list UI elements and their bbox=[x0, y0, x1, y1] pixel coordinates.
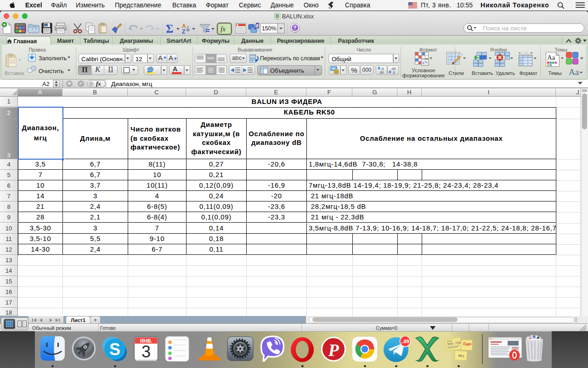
svg-text:3: 3 bbox=[141, 342, 151, 361]
svg-text:Eggs: Eggs bbox=[463, 341, 472, 346]
svg-text:..89: ..89 bbox=[401, 339, 409, 344]
svg-text:P: P bbox=[328, 340, 339, 360]
svg-text:Z: Z bbox=[182, 29, 185, 35]
svg-text:fx: fx bbox=[220, 25, 226, 33]
svg-text:,00: ,00 bbox=[379, 70, 384, 74]
svg-text:150%: 150% bbox=[262, 25, 277, 32]
svg-text:Σ: Σ bbox=[166, 23, 173, 35]
svg-text:Aa: Aa bbox=[547, 54, 555, 61]
svg-text:≤✎: ≤✎ bbox=[422, 60, 428, 65]
svg-text:,0: ,0 bbox=[392, 70, 395, 74]
svg-text:Mkt: Mkt bbox=[458, 354, 465, 358]
svg-text:S: S bbox=[109, 340, 120, 359]
